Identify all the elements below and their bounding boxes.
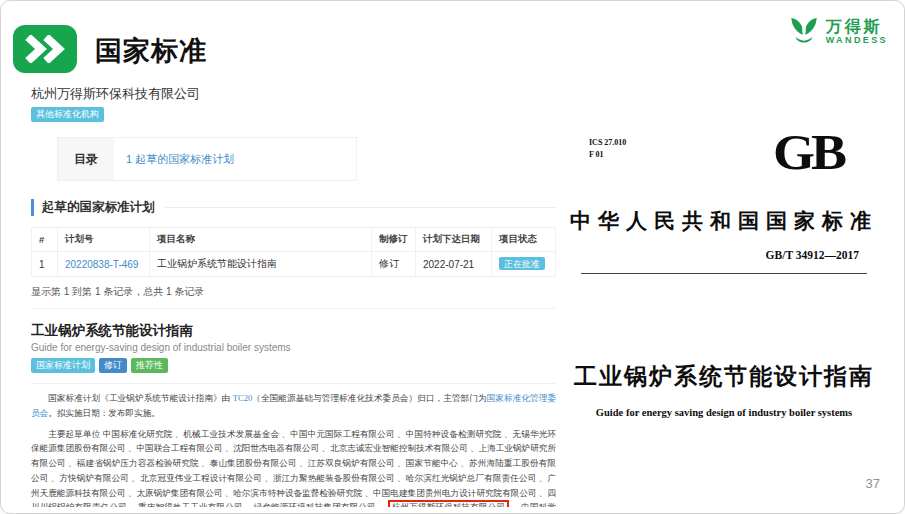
webpage-screenshot: 杭州万得斯环保科技有限公司 其他标准化机构 目录 1 起草的国家标准计划 起草的… [31,85,556,507]
ics-line: ICS 27.010 [589,137,626,149]
wandess-logo: 万得斯 WANDESS [787,13,888,51]
table-header-row: # 计划号 项目名称 制修订 计划下达日期 项目状态 [32,228,556,252]
col-header-issue-date: 计划下达日期 [416,228,492,252]
badge-revision: 修订 [99,358,127,373]
standard-subtitle-en: Guide for energy-saving design of indust… [31,342,556,353]
table-row: 1 20220838-T-469 工业锅炉系统节能设计指南 修订 2022-07… [32,252,556,277]
drafting-units-text: 主要起草单位 中国标准化研究院 、机械工业技术发展基金会 、中国中元国际工程有限… [31,429,556,507]
divider [31,383,556,384]
divider [165,207,557,208]
paragraph-plan-info: 国家标准计划《工业锅炉系统节能设计指南》由 TC20（全国能源基础与管理标准化技… [31,391,556,421]
gb-logo: GB [773,123,843,180]
col-header-project-name: 项目名称 [150,228,372,252]
issue-date-cell: 2022-07-21 [416,252,492,277]
f-line: F 01 [589,149,626,161]
plan-info-text: 。拟实施日期：发布即实施。 [48,408,160,418]
slide: 国家标准 万得斯 WANDESS 杭州万得斯环保科技有限公司 其他标准化机构 目… [0,0,905,514]
col-header-plan-no: 计划号 [58,228,150,252]
plan-number-link[interactable]: 20220838-T-469 [65,259,138,270]
page-number: 37 [866,476,880,491]
project-name-cell: 工业锅炉系统节能设计指南 [150,252,372,277]
national-standard-heading: 中华人民共和国国家标准 [559,207,889,235]
doc-title-cn: 工业锅炉系统节能设计指南 [559,361,889,392]
company-type-badge: 其他标准化机构 [31,107,104,122]
col-header-index: # [32,228,58,252]
records-summary: 显示第 1 到第 1 条记录，总共 1 条记录 [31,285,556,309]
badge-recommended: 推荐性 [131,358,168,373]
wandess-leaf-icon [787,13,821,51]
tc20-link[interactable]: TC20 [233,393,253,403]
toc-label: 目录 [58,138,114,180]
divider [581,273,867,274]
plan-table: # 计划号 项目名称 制修订 计划下达日期 项目状态 1 20220838-T-… [31,227,556,277]
standard-number: GB/T 34912—2017 [766,249,859,261]
doc-title-en: Guide for energy saving design of indust… [559,407,889,418]
section-title: 起草的国家标准计划 [31,199,155,216]
col-header-status: 项目状态 [492,228,556,252]
col-header-revision: 制修订 [372,228,416,252]
company-name: 杭州万得斯环保科技有限公司 [31,85,556,103]
status-badge: 正在批准 [499,257,545,270]
revision-cell: 修订 [372,252,416,277]
logo-name-en: WANDESS [826,36,888,45]
double-chevron-icon [13,25,77,73]
highlight-company-red-box: 杭州万得斯环保科技有限公司 [388,500,509,507]
ics-code: ICS 27.010 F 01 [589,137,626,160]
row-index: 1 [32,252,58,277]
logo-name-cn: 万得斯 [826,19,888,36]
gb-standard-cover: ICS 27.010 F 01 GB 中华人民共和国国家标准 GB/T 3491… [559,109,889,507]
standard-title: 工业锅炉系统节能设计指南 [31,322,556,340]
plan-info-text: 国家标准计划《工业锅炉系统节能设计指南》由 [48,393,232,403]
badge-national-standard-plan: 国家标准计划 [31,358,95,373]
plan-info-text: （全国能源基础与管理标准化技术委员会）归口，主管部门为 [252,393,486,403]
paragraph-drafting-units: 主要起草单位 中国标准化研究院 、机械工业技术发展基金会 、中国中元国际工程有限… [31,427,556,507]
page-title: 国家标准 [95,33,207,69]
toc-link[interactable]: 1 起草的国家标准计划 [126,152,234,167]
toc-box: 目录 1 起草的国家标准计划 [57,137,357,181]
